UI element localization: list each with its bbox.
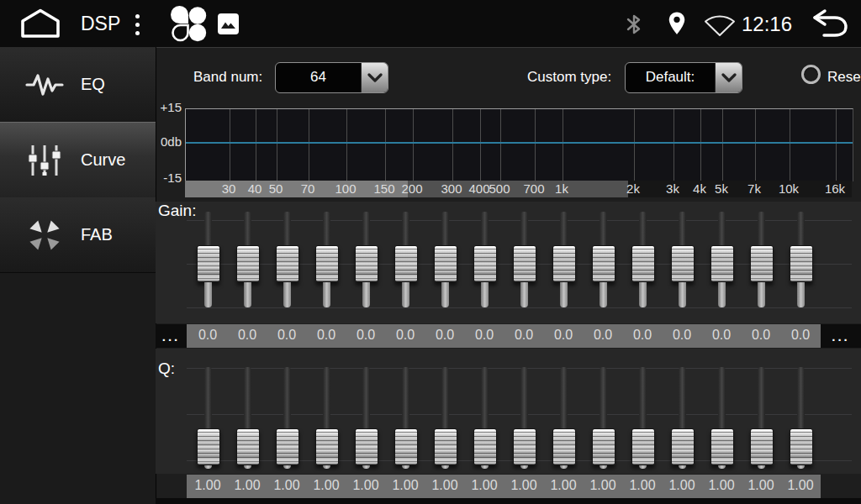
slider-knob[interactable] [434, 245, 457, 282]
apps-clover-icon[interactable] [171, 6, 208, 43]
q-slider[interactable] [592, 367, 614, 469]
gain-values-strip: 0.00.00.00.00.00.00.00.00.00.00.00.00.00… [187, 324, 821, 348]
q-slider[interactable] [513, 367, 535, 469]
sidebar-item-fab[interactable]: FAB [0, 197, 156, 273]
slider-knob[interactable] [592, 245, 615, 282]
gain-slider[interactable] [394, 212, 416, 307]
slider-knob[interactable] [710, 245, 734, 282]
chevron-down-icon[interactable] [361, 63, 388, 92]
q-value: 1.00 [623, 478, 662, 493]
slider-track-lower [441, 282, 449, 307]
freq-tick-label: 40 [248, 181, 262, 196]
q-slider[interactable] [552, 367, 574, 469]
slider-knob[interactable] [236, 428, 260, 465]
slider-knob[interactable] [315, 428, 339, 465]
location-icon [666, 11, 688, 36]
slider-knob[interactable] [355, 245, 378, 282]
slider-knob[interactable] [197, 428, 220, 465]
q-slider[interactable] [315, 367, 337, 469]
gain-slider[interactable] [790, 212, 811, 307]
freq-tick-label: 70 [301, 181, 315, 196]
gain-slider[interactable] [513, 212, 535, 307]
gain-slider[interactable] [355, 212, 377, 307]
back-icon[interactable] [807, 8, 849, 39]
slider-knob[interactable] [473, 428, 497, 465]
gain-slider[interactable] [710, 212, 732, 307]
q-slider[interactable] [355, 367, 377, 469]
gain-slider[interactable] [315, 212, 337, 307]
freq-tick-label: 4k [693, 181, 706, 196]
slider-knob[interactable] [434, 428, 457, 465]
slider-knob[interactable] [710, 428, 734, 465]
slider-knob[interactable] [315, 245, 339, 282]
gain-slider[interactable] [671, 212, 693, 307]
gain-slider[interactable] [750, 212, 772, 307]
slider-knob[interactable] [552, 428, 576, 465]
sidebar-item-curve[interactable]: Curve [0, 122, 156, 198]
gain-slider[interactable] [552, 212, 574, 307]
q-slider[interactable] [631, 367, 653, 469]
slider-knob[interactable] [631, 428, 655, 465]
eq-curve-line [186, 142, 853, 144]
slider-knob[interactable] [355, 428, 378, 465]
more-bands-left-button[interactable]: ... [156, 324, 187, 348]
slider-knob[interactable] [750, 428, 774, 465]
kebab-menu-icon[interactable] [130, 9, 145, 40]
q-slider[interactable] [710, 367, 732, 469]
slider-knob[interactable] [671, 428, 695, 465]
grid-line [500, 109, 501, 181]
home-icon[interactable] [18, 7, 62, 40]
q-label: Q: [158, 360, 175, 378]
slider-track-lower [244, 282, 251, 307]
freq-tick-label: 200 [401, 181, 422, 196]
q-slider[interactable] [197, 367, 219, 469]
slider-knob[interactable] [513, 245, 536, 282]
slider-knob[interactable] [790, 245, 813, 282]
gain-slider[interactable] [197, 212, 219, 307]
slider-track-lower [718, 282, 726, 307]
slider-knob[interactable] [394, 428, 418, 465]
q-slider[interactable] [671, 367, 693, 469]
slider-track-lower [204, 465, 212, 469]
chevron-down-icon[interactable] [715, 63, 742, 92]
q-value: 1.00 [267, 478, 306, 493]
band-num-dropdown[interactable]: 64 [275, 62, 388, 93]
grid-line [309, 109, 309, 181]
slider-knob[interactable] [750, 245, 774, 282]
slider-knob[interactable] [790, 428, 813, 465]
custom-type-dropdown[interactable]: Default: [625, 62, 742, 93]
gain-slider[interactable] [434, 212, 456, 307]
slider-knob[interactable] [592, 428, 615, 465]
eq-curve-graph[interactable] [185, 108, 853, 181]
slider-knob[interactable] [394, 245, 418, 282]
q-slider[interactable] [236, 367, 258, 469]
q-slider[interactable] [276, 367, 298, 469]
gain-slider[interactable] [631, 212, 653, 307]
sidebar-item-eq[interactable]: EQ [0, 47, 156, 123]
q-slider[interactable] [790, 367, 811, 469]
gain-slider[interactable] [236, 212, 258, 307]
q-slider[interactable] [394, 367, 416, 469]
slider-knob[interactable] [276, 245, 299, 282]
gain-slider[interactable] [276, 212, 298, 307]
wifi-icon [703, 15, 737, 37]
slider-knob[interactable] [276, 428, 299, 465]
slider-knob[interactable] [236, 245, 260, 282]
gain-slider[interactable] [473, 212, 495, 307]
slider-knob[interactable] [513, 428, 536, 465]
slider-track-upper [797, 367, 805, 430]
slider-knob[interactable] [631, 245, 655, 282]
freq-tick-label: 30 [222, 181, 236, 196]
slider-knob[interactable] [671, 245, 695, 282]
more-bands-right-button[interactable]: ... [821, 324, 861, 348]
gallery-icon[interactable] [217, 13, 240, 35]
q-slider[interactable] [750, 367, 772, 469]
reset-radio[interactable] [801, 65, 821, 84]
slider-knob[interactable] [473, 245, 497, 282]
q-slider[interactable] [434, 367, 456, 469]
q-slider[interactable] [473, 367, 495, 469]
slider-knob[interactable] [552, 245, 576, 282]
gain-slider[interactable] [592, 212, 614, 307]
slider-track-lower [362, 282, 370, 307]
slider-knob[interactable] [197, 245, 220, 282]
